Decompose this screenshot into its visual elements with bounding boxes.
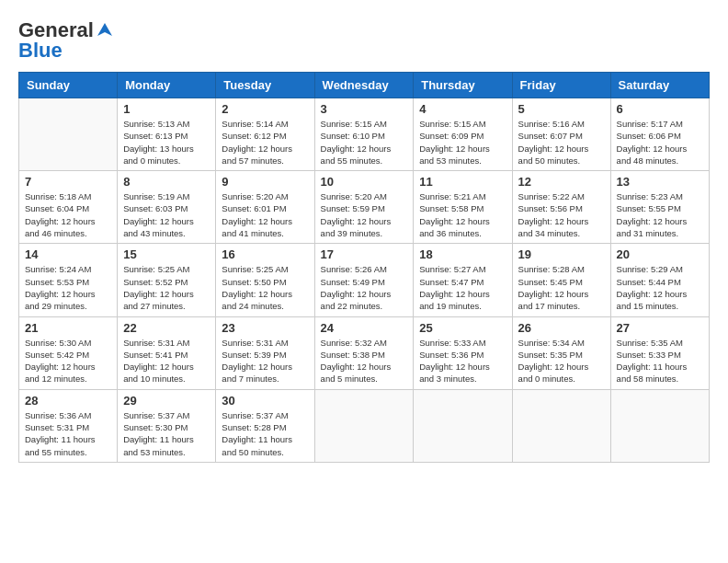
column-header-thursday: Thursday <box>414 73 512 98</box>
day-number: 26 <box>518 321 605 335</box>
calendar-cell: 10Sunrise: 5:20 AM Sunset: 5:59 PM Dayli… <box>314 171 414 244</box>
calendar-cell <box>610 389 709 462</box>
column-header-monday: Monday <box>118 73 216 98</box>
calendar-cell: 21Sunrise: 5:30 AM Sunset: 5:42 PM Dayli… <box>19 316 118 389</box>
day-info: Sunrise: 5:20 AM Sunset: 5:59 PM Dayligh… <box>321 190 408 239</box>
calendar-cell: 12Sunrise: 5:22 AM Sunset: 5:56 PM Dayli… <box>512 171 610 244</box>
day-number: 20 <box>617 247 703 261</box>
day-number: 23 <box>222 321 308 335</box>
day-info: Sunrise: 5:37 AM Sunset: 5:30 PM Dayligh… <box>123 409 210 458</box>
day-number: 12 <box>518 175 605 189</box>
calendar-table: SundayMondayTuesdayWednesdayThursdayFrid… <box>18 72 710 463</box>
day-info: Sunrise: 5:37 AM Sunset: 5:28 PM Dayligh… <box>222 409 308 458</box>
day-info: Sunrise: 5:16 AM Sunset: 6:07 PM Dayligh… <box>518 118 605 167</box>
calendar-cell: 30Sunrise: 5:37 AM Sunset: 5:28 PM Dayli… <box>216 389 314 462</box>
calendar-cell: 9Sunrise: 5:20 AM Sunset: 6:01 PM Daylig… <box>216 171 314 244</box>
calendar-cell: 5Sunrise: 5:16 AM Sunset: 6:07 PM Daylig… <box>512 98 610 171</box>
day-number: 25 <box>419 321 506 335</box>
day-number: 7 <box>25 175 111 189</box>
column-header-wednesday: Wednesday <box>314 73 414 98</box>
day-number: 10 <box>321 175 408 189</box>
day-number: 5 <box>518 102 605 116</box>
logo: General Blue <box>18 18 114 63</box>
day-number: 4 <box>419 102 506 116</box>
logo-bird-icon <box>96 21 114 40</box>
calendar-cell <box>314 389 414 462</box>
week-row-1: 1Sunrise: 5:13 AM Sunset: 6:13 PM Daylig… <box>19 98 710 171</box>
day-number: 13 <box>617 175 703 189</box>
calendar-cell: 7Sunrise: 5:18 AM Sunset: 6:04 PM Daylig… <box>19 171 118 244</box>
column-header-saturday: Saturday <box>610 73 709 98</box>
calendar-cell: 3Sunrise: 5:15 AM Sunset: 6:10 PM Daylig… <box>314 98 414 171</box>
day-number: 19 <box>518 247 605 261</box>
calendar-cell: 1Sunrise: 5:13 AM Sunset: 6:13 PM Daylig… <box>118 98 216 171</box>
calendar-cell: 13Sunrise: 5:23 AM Sunset: 5:55 PM Dayli… <box>610 171 709 244</box>
day-info: Sunrise: 5:18 AM Sunset: 6:04 PM Dayligh… <box>25 190 111 239</box>
day-info: Sunrise: 5:23 AM Sunset: 5:55 PM Dayligh… <box>617 190 703 239</box>
calendar-cell <box>414 389 512 462</box>
day-number: 27 <box>617 321 703 335</box>
day-info: Sunrise: 5:25 AM Sunset: 5:50 PM Dayligh… <box>222 263 308 312</box>
week-row-2: 7Sunrise: 5:18 AM Sunset: 6:04 PM Daylig… <box>19 171 710 244</box>
calendar-cell <box>512 389 610 462</box>
header: General Blue <box>18 18 710 63</box>
calendar-cell: 28Sunrise: 5:36 AM Sunset: 5:31 PM Dayli… <box>19 389 118 462</box>
calendar-cell: 17Sunrise: 5:26 AM Sunset: 5:49 PM Dayli… <box>314 244 414 316</box>
calendar-cell: 27Sunrise: 5:35 AM Sunset: 5:33 PM Dayli… <box>610 316 709 389</box>
calendar-cell: 14Sunrise: 5:24 AM Sunset: 5:53 PM Dayli… <box>19 244 118 316</box>
calendar-cell: 20Sunrise: 5:29 AM Sunset: 5:44 PM Dayli… <box>610 244 709 316</box>
day-info: Sunrise: 5:36 AM Sunset: 5:31 PM Dayligh… <box>25 409 111 458</box>
day-info: Sunrise: 5:15 AM Sunset: 6:10 PM Dayligh… <box>321 118 408 167</box>
day-info: Sunrise: 5:35 AM Sunset: 5:33 PM Dayligh… <box>617 337 703 385</box>
week-row-4: 21Sunrise: 5:30 AM Sunset: 5:42 PM Dayli… <box>19 316 710 389</box>
logo-blue: Blue <box>18 39 63 63</box>
day-number: 22 <box>123 321 210 335</box>
column-header-friday: Friday <box>512 73 610 98</box>
day-info: Sunrise: 5:25 AM Sunset: 5:52 PM Dayligh… <box>123 263 210 312</box>
column-header-sunday: Sunday <box>19 73 118 98</box>
calendar-cell: 6Sunrise: 5:17 AM Sunset: 6:06 PM Daylig… <box>610 98 709 171</box>
day-info: Sunrise: 5:31 AM Sunset: 5:39 PM Dayligh… <box>222 337 308 385</box>
day-number: 28 <box>25 394 111 408</box>
calendar-cell: 25Sunrise: 5:33 AM Sunset: 5:36 PM Dayli… <box>414 316 512 389</box>
day-info: Sunrise: 5:34 AM Sunset: 5:35 PM Dayligh… <box>518 337 605 385</box>
calendar-cell <box>19 98 118 171</box>
calendar-cell: 24Sunrise: 5:32 AM Sunset: 5:38 PM Dayli… <box>314 316 414 389</box>
calendar-cell: 8Sunrise: 5:19 AM Sunset: 6:03 PM Daylig… <box>118 171 216 244</box>
day-info: Sunrise: 5:17 AM Sunset: 6:06 PM Dayligh… <box>617 118 703 167</box>
svg-marker-0 <box>97 23 112 36</box>
day-number: 21 <box>25 321 111 335</box>
calendar-cell: 15Sunrise: 5:25 AM Sunset: 5:52 PM Dayli… <box>118 244 216 316</box>
day-number: 17 <box>321 247 408 261</box>
calendar-cell: 29Sunrise: 5:37 AM Sunset: 5:30 PM Dayli… <box>118 389 216 462</box>
day-info: Sunrise: 5:26 AM Sunset: 5:49 PM Dayligh… <box>321 263 408 312</box>
column-header-tuesday: Tuesday <box>216 73 314 98</box>
day-number: 3 <box>321 102 408 116</box>
calendar-header-row: SundayMondayTuesdayWednesdayThursdayFrid… <box>19 73 710 98</box>
calendar-cell: 26Sunrise: 5:34 AM Sunset: 5:35 PM Dayli… <box>512 316 610 389</box>
day-info: Sunrise: 5:14 AM Sunset: 6:12 PM Dayligh… <box>222 118 308 167</box>
calendar-cell: 18Sunrise: 5:27 AM Sunset: 5:47 PM Dayli… <box>414 244 512 316</box>
calendar-cell: 11Sunrise: 5:21 AM Sunset: 5:58 PM Dayli… <box>414 171 512 244</box>
day-info: Sunrise: 5:13 AM Sunset: 6:13 PM Dayligh… <box>123 118 210 167</box>
day-number: 15 <box>123 247 210 261</box>
day-info: Sunrise: 5:21 AM Sunset: 5:58 PM Dayligh… <box>419 190 506 239</box>
day-info: Sunrise: 5:28 AM Sunset: 5:45 PM Dayligh… <box>518 263 605 312</box>
day-info: Sunrise: 5:33 AM Sunset: 5:36 PM Dayligh… <box>419 337 506 385</box>
week-row-3: 14Sunrise: 5:24 AM Sunset: 5:53 PM Dayli… <box>19 244 710 316</box>
day-info: Sunrise: 5:24 AM Sunset: 5:53 PM Dayligh… <box>25 263 111 312</box>
day-number: 14 <box>25 247 111 261</box>
day-number: 16 <box>222 247 308 261</box>
day-info: Sunrise: 5:19 AM Sunset: 6:03 PM Dayligh… <box>123 190 210 239</box>
day-number: 2 <box>222 102 308 116</box>
day-info: Sunrise: 5:27 AM Sunset: 5:47 PM Dayligh… <box>419 263 506 312</box>
calendar-cell: 2Sunrise: 5:14 AM Sunset: 6:12 PM Daylig… <box>216 98 314 171</box>
day-number: 29 <box>123 394 210 408</box>
week-row-5: 28Sunrise: 5:36 AM Sunset: 5:31 PM Dayli… <box>19 389 710 462</box>
day-info: Sunrise: 5:29 AM Sunset: 5:44 PM Dayligh… <box>617 263 703 312</box>
day-number: 1 <box>123 102 210 116</box>
calendar-cell: 16Sunrise: 5:25 AM Sunset: 5:50 PM Dayli… <box>216 244 314 316</box>
day-number: 30 <box>222 394 308 408</box>
calendar-cell: 4Sunrise: 5:15 AM Sunset: 6:09 PM Daylig… <box>414 98 512 171</box>
day-info: Sunrise: 5:20 AM Sunset: 6:01 PM Dayligh… <box>222 190 308 239</box>
